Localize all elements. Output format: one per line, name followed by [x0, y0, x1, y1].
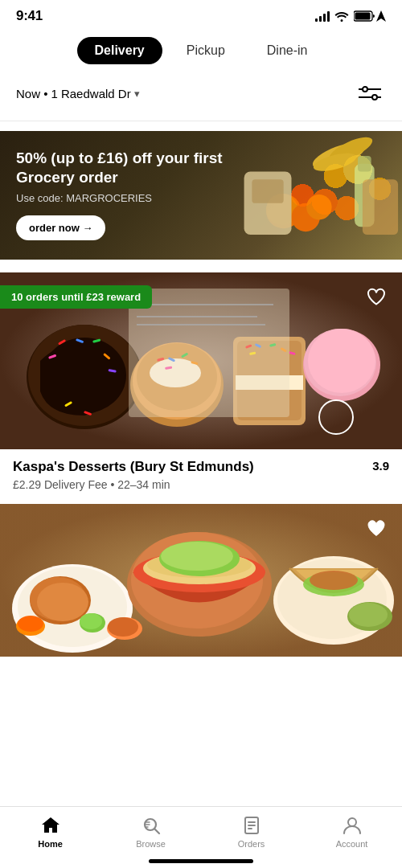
nav-label-home: Home [38, 839, 63, 849]
nav-item-orders[interactable]: Orders [228, 815, 276, 849]
restaurant-meta: £2.29 Delivery Fee • 22–34 min [13, 478, 254, 491]
main-content: Delivery Pickup Dine-in Now • 1 Raedwald… [0, 29, 402, 729]
account-icon [342, 815, 363, 836]
reward-badge: 10 orders until £23 reward [0, 285, 152, 309]
promo-background: 50% (up to £16) off your first Grocery o… [0, 131, 402, 260]
promo-code: Use code: MARGROCERIES [16, 192, 237, 204]
tab-delivery[interactable]: Delivery [77, 37, 162, 64]
heart-icon-kaspas [367, 288, 386, 305]
delivery-time-separator: • [110, 478, 117, 491]
promo-cta-button[interactable]: order now → [16, 215, 105, 240]
svg-point-85 [108, 617, 138, 637]
svg-rect-17 [252, 179, 283, 203]
tab-pickup[interactable]: Pickup [169, 37, 243, 64]
signal-icon [315, 10, 330, 22]
filter-button[interactable] [354, 77, 386, 109]
svg-point-66 [37, 583, 88, 621]
home-icon [40, 815, 61, 836]
nav-item-account[interactable]: Account [328, 815, 376, 849]
svg-rect-20 [363, 179, 398, 235]
location-prefix: Now • [16, 87, 47, 100]
promo-banner[interactable]: 50% (up to £16) off your first Grocery o… [0, 131, 402, 260]
svg-rect-56 [129, 289, 289, 417]
svg-point-77 [161, 542, 233, 571]
svg-rect-19 [358, 156, 371, 172]
svg-point-68 [80, 613, 102, 629]
favorite-button-2[interactable] [362, 514, 391, 542]
tab-dine-in[interactable]: Dine-in [249, 37, 326, 64]
restaurant-card-kaspas[interactable]: 10 orders until £23 reward Kaspa's Desse… [0, 272, 402, 504]
status-time: 9:41 [16, 8, 43, 24]
svg-line-87 [154, 829, 159, 833]
svg-rect-1 [355, 13, 371, 20]
svg-point-70 [18, 616, 43, 632]
chevron-down-icon: ▾ [134, 88, 140, 100]
svg-point-55 [308, 329, 375, 393]
svg-point-95 [348, 818, 356, 826]
delivery-time: 22–34 min [117, 478, 170, 491]
header-divider [0, 121, 402, 121]
status-icons [315, 10, 386, 22]
svg-marker-2 [376, 10, 386, 22]
nav-item-browse[interactable]: Browse [127, 815, 175, 849]
video-button[interactable] [318, 399, 354, 435]
status-bar: 9:41 [0, 0, 402, 29]
svg-point-83 [349, 603, 388, 627]
promo-headline: 50% (up to £16) off your first Grocery o… [16, 149, 237, 187]
nav-label-account: Account [336, 839, 368, 849]
restaurant-card-2[interactable] [0, 504, 402, 657]
delivery-tabs: Delivery Pickup Dine-in [0, 29, 402, 74]
browse-icon [141, 815, 162, 836]
battery-icon [354, 10, 375, 22]
delivery-fee: £2.29 Delivery Fee [13, 478, 108, 491]
wifi-icon [334, 10, 349, 22]
restaurant-image-kaspas: 10 orders until £23 reward [0, 272, 402, 449]
location-bar: Now • 1 Raedwald Dr ▾ [0, 74, 402, 121]
orders-icon [241, 815, 262, 836]
location-arrow-icon [376, 10, 386, 22]
nav-label-browse: Browse [136, 839, 166, 849]
home-indicator [149, 859, 253, 863]
location-selector[interactable]: Now • 1 Raedwald Dr ▾ [16, 87, 140, 100]
svg-point-81 [310, 571, 358, 590]
restaurant-image-2 [0, 504, 402, 657]
restaurant-rating: 3.9 [372, 459, 389, 473]
restaurant-details: Kaspa's Desserts (Bury St Edmunds) £2.29… [13, 459, 254, 491]
promo-text-container: 50% (up to £16) off your first Grocery o… [16, 149, 237, 240]
nav-item-home[interactable]: Home [27, 815, 75, 849]
heart-icon-2 [367, 519, 386, 537]
favorite-button-kaspas[interactable] [362, 282, 391, 311]
svg-point-15 [306, 194, 331, 219]
food-items-svg-2 [0, 504, 402, 657]
restaurant-name: Kaspa's Desserts (Bury St Edmunds) [13, 459, 254, 475]
restaurant-info-kaspas: Kaspa's Desserts (Bury St Edmunds) £2.29… [0, 449, 402, 504]
filter-icon [359, 84, 381, 103]
nav-label-orders: Orders [238, 839, 265, 849]
location-address: 1 Raedwald Dr [51, 87, 130, 100]
